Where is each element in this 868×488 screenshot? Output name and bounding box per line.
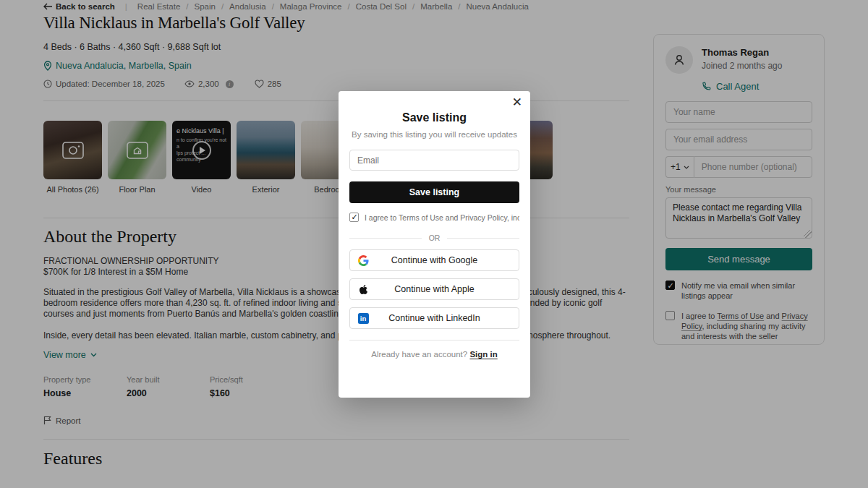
continue-apple-button[interactable]: Continue with Apple xyxy=(349,278,519,300)
modal-title: Save listing xyxy=(349,111,519,124)
signin-prompt: Already have an account? xyxy=(371,350,467,359)
close-icon[interactable]: ✕ xyxy=(512,96,522,108)
continue-google-button[interactable]: Continue with Google xyxy=(349,249,519,271)
google-label: Continue with Google xyxy=(350,255,519,265)
modal-terms-link[interactable]: Terms of Use xyxy=(399,213,443,222)
linkedin-icon: in xyxy=(358,313,369,324)
divider xyxy=(349,340,519,341)
listing-page: Back to search | Real Estate/ Spain/ And… xyxy=(0,0,868,488)
continue-linkedin-button[interactable]: in Continue with LinkedIn xyxy=(349,307,519,329)
modal-subtitle: By saving this listing you will receive … xyxy=(349,130,519,139)
or-divider: OR xyxy=(349,234,519,242)
apple-icon xyxy=(359,284,368,295)
modal-privacy-link[interactable]: Privacy Policy xyxy=(460,213,507,222)
signin-link[interactable]: Sign in xyxy=(469,350,497,359)
google-icon xyxy=(358,255,369,266)
save-listing-modal: ✕ Save listing By saving this listing yo… xyxy=(339,91,530,398)
linkedin-label: Continue with LinkedIn xyxy=(350,313,519,323)
apple-label: Continue with Apple xyxy=(350,284,519,294)
signin-row: Already have an account? Sign in xyxy=(349,350,519,359)
modal-agree-label: I agree to Terms of Use and Privacy Poli… xyxy=(365,213,519,222)
modal-agree-checkbox[interactable] xyxy=(349,213,359,222)
modal-email-input[interactable] xyxy=(349,150,519,171)
modal-agree-row: I agree to Terms of Use and Privacy Poli… xyxy=(349,213,519,222)
modal-save-button[interactable]: Save listing xyxy=(349,181,519,203)
